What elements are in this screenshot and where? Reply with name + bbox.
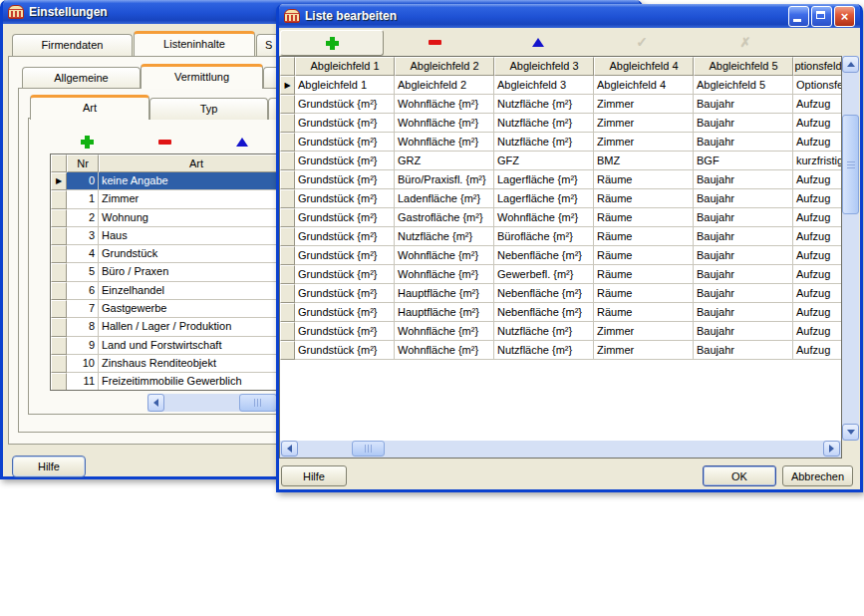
table-cell[interactable]: Wohnfläche {m²} xyxy=(395,133,494,152)
table-row[interactable]: Grundstück {m²}Hauptfläche {m²}Nebenfläc… xyxy=(280,284,841,303)
row-selector[interactable] xyxy=(280,95,295,114)
table-cell[interactable]: Baujahr xyxy=(694,341,793,360)
table-cell[interactable]: Wohnung xyxy=(99,209,294,227)
table-cell[interactable]: Aufzug xyxy=(793,95,842,114)
row-selector[interactable] xyxy=(280,227,295,246)
row-selector[interactable] xyxy=(280,114,295,133)
table-cell[interactable]: Abgleichfeld 1 xyxy=(295,76,395,95)
table-cell[interactable]: Baujahr xyxy=(694,284,793,303)
table-cell[interactable]: GRZ xyxy=(395,152,494,170)
table-cell[interactable]: Haus xyxy=(99,227,294,245)
row-selector[interactable] xyxy=(51,282,67,300)
table-cell[interactable]: Grundstück {m²} xyxy=(295,322,395,341)
table-cell[interactable]: Grundstück {m²} xyxy=(295,208,395,227)
table-cell[interactable]: 9 xyxy=(67,337,99,355)
table-cell[interactable]: Aufzug xyxy=(793,284,842,303)
table-row[interactable]: Grundstück {m²}Wohnfläche {m²}Nutzfläche… xyxy=(280,95,841,114)
table-cell[interactable]: Aufzug xyxy=(793,246,842,265)
table-cell[interactable]: Wohnfläche {m²} xyxy=(395,114,494,133)
table-cell[interactable]: 5 xyxy=(67,263,99,281)
row-selector[interactable] xyxy=(280,208,295,227)
table-row[interactable]: Grundstück {m²}Nutzfläche {m²}Bürofläche… xyxy=(280,227,841,246)
row-selector[interactable] xyxy=(280,133,295,152)
hscrollbar[interactable] xyxy=(280,441,841,458)
table-cell[interactable]: Aufzug xyxy=(793,265,842,284)
table-cell[interactable]: Gastgewerbe xyxy=(99,300,294,318)
tab-art[interactable]: Art xyxy=(30,95,149,120)
table-cell[interactable]: Zimmer xyxy=(594,95,694,114)
table-cell[interactable]: Land und Forstwirtschaft xyxy=(99,337,294,355)
table-cell[interactable]: Grundstück {m²} xyxy=(295,284,395,303)
column-header[interactable]: Abgleichfeld 5 xyxy=(694,57,793,76)
vscrollbar[interactable] xyxy=(842,56,859,441)
table-cell[interactable]: Räume xyxy=(594,189,694,208)
row-selector[interactable] xyxy=(280,246,295,265)
scroll-left-button[interactable] xyxy=(147,394,164,412)
tab-firmendaten[interactable]: Firmendaten xyxy=(12,34,133,56)
row-selector[interactable] xyxy=(280,152,295,170)
minimize-button[interactable] xyxy=(788,6,809,27)
table-cell[interactable]: Einzelhandel xyxy=(99,282,294,300)
table-cell[interactable]: Aufzug xyxy=(793,133,842,152)
row-selector[interactable] xyxy=(280,303,295,322)
tab-typ[interactable]: Typ xyxy=(149,98,268,120)
table-cell[interactable]: Abgleichfeld 2 xyxy=(395,76,494,95)
table-cell[interactable]: Grundstück {m²} xyxy=(295,265,395,284)
table-row[interactable]: ▶Abgleichfeld 1Abgleichfeld 2Abgleichfel… xyxy=(280,76,841,95)
scroll-left-button[interactable] xyxy=(281,441,298,457)
table-cell[interactable]: Grundstück {m²} xyxy=(295,133,395,152)
row-selector[interactable] xyxy=(51,355,67,373)
table-cell[interactable]: Zinshaus Renditeobjekt xyxy=(99,355,294,373)
table-cell[interactable]: 3 xyxy=(67,227,99,245)
row-selector[interactable] xyxy=(280,284,295,303)
column-header-nr[interactable]: Nr xyxy=(67,154,99,172)
table-cell[interactable]: Grundstück {m²} xyxy=(295,227,395,246)
table-row[interactable]: Grundstück {m²}Ladenfläche {m²}Lagerfläc… xyxy=(280,189,841,208)
table-cell[interactable]: Freizeitimmobilie Gewerblich xyxy=(99,373,294,391)
row-selector[interactable] xyxy=(51,190,67,208)
table-cell[interactable]: Grundstück {m²} xyxy=(295,114,395,133)
row-selector[interactable] xyxy=(51,337,67,355)
table-cell[interactable]: Grundstück {m²} xyxy=(295,95,395,114)
table-cell[interactable]: Nutzfläche {m²} xyxy=(494,341,594,360)
table-cell[interactable]: GFZ xyxy=(494,152,594,170)
add-row-button[interactable] xyxy=(280,30,384,56)
table-cell[interactable]: Baujahr xyxy=(694,208,793,227)
table-cell[interactable]: Optionsfe xyxy=(793,76,842,95)
table-cell[interactable]: Lagerfläche {m²} xyxy=(494,189,594,208)
row-selector[interactable] xyxy=(280,265,295,284)
table-cell[interactable]: BGF xyxy=(694,152,793,170)
table-cell[interactable]: Baujahr xyxy=(694,265,793,284)
table-cell[interactable]: Aufzug xyxy=(793,189,842,208)
table-cell[interactable]: Nebenfläche {m²} xyxy=(494,303,594,322)
table-cell[interactable]: Grundstück xyxy=(99,245,294,263)
table-cell[interactable]: Aufzug xyxy=(793,303,842,322)
table-cell[interactable]: Räume xyxy=(594,227,694,246)
table-cell[interactable]: Räume xyxy=(594,170,694,189)
table-cell[interactable]: Nebenfläche {m²} xyxy=(494,246,594,265)
table-cell[interactable]: 4 xyxy=(67,245,99,263)
table-cell[interactable]: Baujahr xyxy=(694,133,793,152)
table-cell[interactable]: Nutzfläche {m²} xyxy=(494,322,594,341)
table-cell[interactable]: Nutzfläche {m²} xyxy=(494,95,594,114)
table-cell[interactable]: 6 xyxy=(67,282,99,300)
table-cell[interactable]: keine Angabe xyxy=(99,172,294,190)
table-row[interactable]: Grundstück {m²}Büro/Praxisfl. {m²}Lagerf… xyxy=(280,170,841,189)
remove-row-button[interactable] xyxy=(383,30,486,54)
table-cell[interactable]: Wohnfläche {m²} xyxy=(395,341,494,360)
row-selector[interactable] xyxy=(51,227,67,245)
column-header[interactable]: ptionsfeld xyxy=(793,57,842,76)
table-cell[interactable]: Hallen / Lager / Produktion xyxy=(99,318,294,336)
table-cell[interactable]: 7 xyxy=(67,300,99,318)
abbrechen-button[interactable]: Abbrechen xyxy=(782,465,853,486)
table-cell[interactable]: kurzfristig xyxy=(793,152,842,170)
column-header[interactable]: Abgleichfeld 4 xyxy=(594,57,694,76)
table-cell[interactable]: Baujahr xyxy=(694,189,793,208)
table-cell[interactable]: Abgleichfeld 5 xyxy=(694,76,793,95)
row-selector[interactable] xyxy=(280,341,295,360)
table-cell[interactable]: Gastrofläche {m²} xyxy=(395,208,494,227)
table-cell[interactable]: Grundstück {m²} xyxy=(295,170,395,189)
table-cell[interactable]: Grundstück {m²} xyxy=(295,152,395,170)
hilfe-button[interactable]: Hilfe xyxy=(281,465,347,486)
table-cell[interactable]: BMZ xyxy=(594,152,694,170)
